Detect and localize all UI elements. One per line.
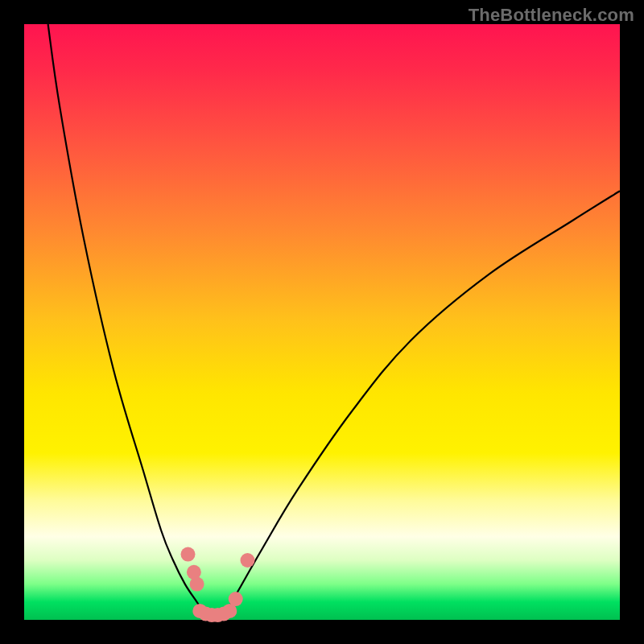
curve-left-branch bbox=[48, 24, 209, 620]
data-marker bbox=[241, 553, 255, 568]
chart-overlay bbox=[0, 0, 644, 644]
data-marker bbox=[229, 592, 243, 606]
data-marker bbox=[181, 547, 196, 562]
marker-group bbox=[181, 547, 255, 622]
data-marker bbox=[190, 577, 204, 592]
curve-right-branch bbox=[221, 191, 620, 620]
